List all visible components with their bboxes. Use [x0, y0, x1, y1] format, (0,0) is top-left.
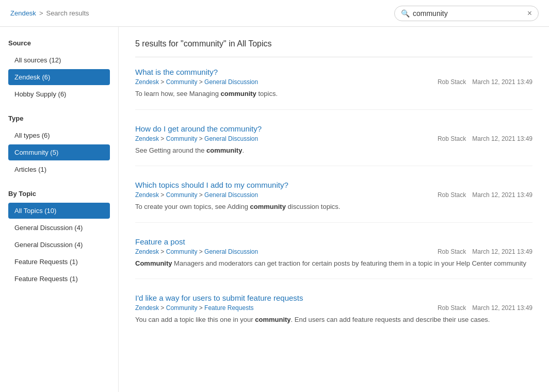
result-meta: Zendesk > Community > General Discussion…	[135, 248, 532, 255]
result-author: Rob Stack	[438, 191, 466, 199]
result-author-date: Rob Stack March 12, 2021 13:49	[438, 304, 532, 312]
result-link[interactable]: Feature a post	[135, 237, 185, 246]
source-filter-title: Source	[8, 39, 110, 47]
result-breadcrumb: Zendesk > Community > General Discussion	[135, 248, 258, 255]
layout: Source All sources (12) Zendesk (6) Hobb…	[0, 27, 549, 392]
result-link[interactable]: Which topics should I add to my communit…	[135, 181, 288, 189]
result-snippet: To create your own topics, see Adding co…	[135, 202, 532, 212]
breadcrumb: Zendesk > Search results	[10, 9, 89, 17]
result-breadcrumb: Zendesk > Community > General Discussion	[135, 191, 258, 199]
result-title: How do I get around the community?	[135, 124, 532, 133]
breadcrumb-current: Search results	[46, 9, 89, 17]
main-content: 5 results for "community" in All Topics …	[119, 27, 549, 392]
header: Zendesk > Search results 🔍 ×	[0, 0, 549, 27]
result-snippet: To learn how, see Managing community top…	[135, 89, 532, 99]
result-snippet: You can add a topic like this one in you…	[135, 315, 532, 325]
result-link[interactable]: What is the community?	[135, 68, 218, 76]
result-link[interactable]: I'd like a way for users to submit featu…	[135, 293, 303, 302]
result-title: I'd like a way for users to submit featu…	[135, 293, 532, 302]
sidebar: Source All sources (12) Zendesk (6) Hobb…	[0, 27, 119, 392]
result-author: Rob Stack	[438, 135, 466, 142]
type-filter-section: Type All types (6) Community (5) Article…	[8, 115, 110, 177]
result-snippet: See Getting around the community.	[135, 145, 532, 156]
result-meta: Zendesk > Community > Feature Requests R…	[135, 304, 532, 312]
result-snippet: Community Managers and moderators can ge…	[135, 258, 532, 269]
result-author: Rob Stack	[438, 78, 466, 86]
search-input[interactable]	[413, 9, 524, 18]
result-meta: Zendesk > Community > General Discussion…	[135, 191, 532, 199]
source-hobby-supply[interactable]: Hobby Supply (6)	[8, 86, 110, 102]
breadcrumb-home[interactable]: Zendesk	[10, 9, 36, 17]
result-item: Feature a post Zendesk > Community > Gen…	[135, 237, 532, 280]
topic-feature-requests-1[interactable]: Feature Requests (1)	[8, 254, 110, 270]
result-breadcrumb: Zendesk > Community > General Discussion	[135, 135, 258, 142]
result-author: Rob Stack	[438, 248, 466, 255]
result-date: March 12, 2021 13:49	[472, 135, 532, 142]
results-summary: 5 results for "community" in All Topics	[135, 39, 532, 48]
result-title: What is the community?	[135, 68, 532, 76]
result-meta: Zendesk > Community > General Discussion…	[135, 135, 532, 142]
result-date: March 12, 2021 13:49	[472, 78, 532, 86]
topic-filter-title: By Topic	[8, 190, 110, 198]
result-author-date: Rob Stack March 12, 2021 13:49	[438, 78, 532, 86]
result-author-date: Rob Stack March 12, 2021 13:49	[438, 248, 532, 255]
result-item: I'd like a way for users to submit featu…	[135, 293, 532, 335]
type-community[interactable]: Community (5)	[8, 144, 110, 160]
topic-general-discussion-2[interactable]: General Discussion (4)	[8, 237, 110, 253]
source-all-sources[interactable]: All sources (12)	[8, 52, 110, 68]
topic-general-discussion-1[interactable]: General Discussion (4)	[8, 220, 110, 236]
search-box: 🔍 ×	[394, 6, 539, 21]
result-date: March 12, 2021 13:49	[472, 248, 532, 255]
result-item: What is the community? Zendesk > Communi…	[135, 68, 532, 110]
clear-icon[interactable]: ×	[527, 9, 532, 18]
result-item: How do I get around the community? Zende…	[135, 124, 532, 167]
results-divider	[135, 57, 532, 57]
result-meta: Zendesk > Community > General Discussion…	[135, 78, 532, 86]
search-icon: 🔍	[401, 9, 410, 18]
result-title: Which topics should I add to my communit…	[135, 181, 532, 189]
result-breadcrumb: Zendesk > Community > Feature Requests	[135, 304, 253, 312]
result-breadcrumb: Zendesk > Community > General Discussion	[135, 78, 258, 86]
breadcrumb-separator: >	[39, 9, 43, 17]
result-date: March 12, 2021 13:49	[472, 191, 532, 199]
source-zendesk[interactable]: Zendesk (6)	[8, 69, 110, 85]
result-link[interactable]: How do I get around the community?	[135, 124, 262, 133]
topic-feature-requests-2[interactable]: Feature Requests (1)	[8, 271, 110, 287]
topic-filter-section: By Topic All Topics (10) General Discuss…	[8, 190, 110, 287]
result-author: Rob Stack	[438, 304, 466, 312]
topic-all-topics[interactable]: All Topics (10)	[8, 203, 110, 219]
result-author-date: Rob Stack March 12, 2021 13:49	[438, 135, 532, 142]
type-articles[interactable]: Articles (1)	[8, 161, 110, 177]
result-title: Feature a post	[135, 237, 532, 246]
result-date: March 12, 2021 13:49	[472, 304, 532, 312]
result-item: Which topics should I add to my communit…	[135, 181, 532, 223]
result-author-date: Rob Stack March 12, 2021 13:49	[438, 191, 532, 199]
source-filter-section: Source All sources (12) Zendesk (6) Hobb…	[8, 39, 110, 102]
type-filter-title: Type	[8, 115, 110, 122]
type-all-types[interactable]: All types (6)	[8, 127, 110, 143]
